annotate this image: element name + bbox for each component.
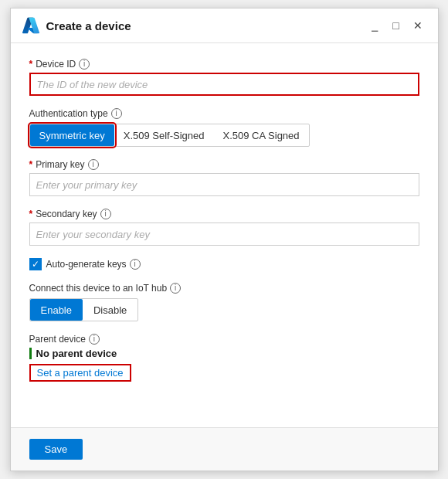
auth-type-label-text: Authentication type [29, 108, 108, 119]
set-parent-device-button[interactable]: Set a parent device [29, 364, 131, 382]
auto-generate-keys-info-icon[interactable]: i [130, 259, 141, 270]
auth-x509-ca-button[interactable]: X.509 CA Signed [214, 124, 309, 146]
auto-generate-keys-label-text: Auto-generate keys [46, 259, 127, 270]
auto-generate-keys-group: ✓ Auto-generate keys i [29, 258, 419, 270]
parent-device-label-text: Parent device [29, 334, 86, 345]
parent-device-info-icon[interactable]: i [89, 334, 100, 345]
secondary-key-label: * Secondary key i [29, 209, 419, 219]
device-id-input[interactable] [29, 73, 419, 96]
checkmark-icon: ✓ [32, 260, 39, 269]
no-parent-device-text: No parent device [29, 348, 419, 359]
auth-type-label: Authentication type i [29, 108, 419, 119]
auth-type-info-icon[interactable]: i [111, 108, 122, 119]
parent-device-label: Parent device i [29, 334, 419, 345]
form-content: * Device ID i Authentication type i Symm… [11, 43, 438, 427]
device-id-label: * Device ID i [29, 59, 419, 70]
create-device-dialog: Create a device ⎯ □ ✕ * Device ID i Auth… [10, 8, 439, 471]
title-bar: Create a device ⎯ □ ✕ [11, 8, 438, 43]
azure-logo-icon [22, 16, 40, 35]
primary-key-label-text: Primary key [36, 159, 84, 170]
auth-symmetric-key-button[interactable]: Symmetric key [30, 124, 114, 146]
device-id-info-icon[interactable]: i [79, 59, 90, 70]
secondary-key-info-icon[interactable]: i [100, 209, 111, 219]
device-id-label-text: Device ID [36, 59, 76, 70]
title-bar-controls: ⎯ □ ✕ [365, 16, 427, 35]
connect-label-text: Connect this device to an IoT hub [29, 283, 168, 294]
auth-x509-self-button[interactable]: X.509 Self-Signed [114, 124, 214, 146]
required-star: * [29, 59, 33, 70]
primary-key-group: * Primary key i [29, 159, 419, 196]
connect-to-hub-group: Connect this device to an IoT hub i Enab… [29, 283, 419, 321]
connect-enable-button[interactable]: Enable [30, 299, 83, 321]
secondary-key-group: * Secondary key i [29, 209, 419, 246]
dialog-title: Create a device [46, 19, 131, 32]
restore-button[interactable]: □ [387, 16, 406, 35]
parent-device-group: Parent device i No parent device Set a p… [29, 334, 419, 382]
required-star-pk: * [29, 159, 33, 170]
device-id-group: * Device ID i [29, 59, 419, 96]
connect-info-icon[interactable]: i [170, 283, 181, 294]
primary-key-label: * Primary key i [29, 159, 419, 170]
minimize-button[interactable]: ⎯ [365, 16, 384, 35]
secondary-key-label-text: Secondary key [36, 209, 97, 219]
connect-disable-button[interactable]: Disable [83, 299, 137, 321]
auth-type-group: Authentication type i Symmetric key X.50… [29, 108, 419, 147]
primary-key-info-icon[interactable]: i [88, 159, 99, 170]
auth-type-buttons: Symmetric key X.509 Self-Signed X.509 CA… [29, 124, 310, 147]
title-bar-left: Create a device [22, 16, 131, 35]
close-button[interactable]: ✕ [409, 16, 427, 35]
required-star-sk: * [29, 209, 33, 219]
secondary-key-input[interactable] [29, 223, 419, 246]
connect-buttons: Enable Disable [29, 298, 139, 321]
connect-label: Connect this device to an IoT hub i [29, 283, 419, 294]
dialog-footer: Save [11, 427, 438, 471]
auto-generate-keys-checkbox[interactable]: ✓ [29, 258, 42, 270]
auto-generate-keys-label: Auto-generate keys i [46, 259, 141, 270]
save-button[interactable]: Save [29, 439, 83, 460]
primary-key-input[interactable] [29, 173, 419, 196]
